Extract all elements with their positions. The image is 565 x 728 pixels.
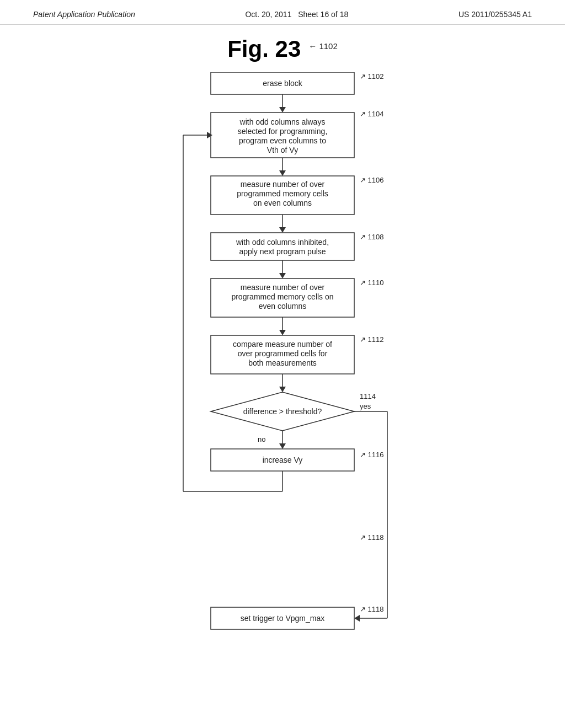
svg-marker-20 (279, 273, 286, 279)
label-yes: yes (360, 402, 371, 410)
header-patent-num: US 2011/0255345 A1 (459, 10, 532, 19)
svg-text:increase Vy: increase Vy (263, 456, 303, 464)
svg-text:with odd columns inhibited,: with odd columns inhibited, (236, 238, 329, 247)
ref-1118: ↗ 1118 (360, 533, 384, 542)
svg-marker-26 (279, 330, 286, 335)
header-publication: Patent Application Publication (33, 10, 135, 19)
header-date-sheet: Oct. 20, 2011 Sheet 16 of 18 (245, 10, 348, 19)
figure-title: Fig. 23 (227, 36, 301, 62)
svg-text:program even columns to: program even columns to (239, 136, 326, 145)
main-content: Fig. 23 ← 1102 erase block ↗ 1102 ↗ 1104… (0, 25, 565, 679)
svg-marker-32 (279, 387, 286, 392)
svg-rect-16 (211, 233, 354, 260)
header-sheet: Sheet 16 of 18 (298, 10, 348, 19)
svg-text:apply next program pulse: apply next program pulse (239, 247, 326, 256)
svg-text:measure number of over: measure number of over (241, 180, 325, 189)
ref-1106: ↗ 1106 (360, 176, 384, 184)
ref-1112: ↗ 1112 (360, 335, 384, 344)
flowchart-container: erase block ↗ 1102 ↗ 1104 with odd colum… (139, 72, 426, 679)
ref-1116: ↗ 1116 (360, 451, 384, 459)
flowchart-svg: erase block ↗ 1102 ↗ 1104 with odd colum… (139, 72, 426, 679)
svg-text:programmed memory cells on: programmed memory cells on (231, 292, 333, 301)
svg-text:with odd columns always: with odd columns always (239, 117, 326, 126)
header-date: Oct. 20, 2011 (245, 10, 291, 19)
figure-ref-1102: ← 1102 (308, 41, 338, 51)
svg-marker-38 (354, 615, 360, 622)
svg-text:compare measure number of: compare measure number of (233, 340, 332, 349)
svg-text:selected for programming,: selected for programming, (238, 127, 328, 136)
ref-1104: ↗ 1104 (360, 110, 384, 118)
svg-text:difference > threshold?: difference > threshold? (243, 407, 322, 416)
svg-text:on even columns: on even columns (253, 199, 312, 207)
ref-1110: ↗ 1110 (360, 279, 384, 287)
svg-text:programmed memory cells: programmed memory cells (237, 189, 328, 198)
svg-text:Vth of Vy: Vth of Vy (267, 146, 298, 154)
svg-marker-9 (279, 170, 286, 176)
ref-1102: ↗ 1102 (360, 72, 384, 81)
svg-text:even columns: even columns (259, 302, 306, 311)
node-1102-text: erase block (263, 79, 303, 88)
label-no: no (258, 435, 265, 443)
ref-1114: 1114 (360, 392, 376, 400)
svg-marker-15 (279, 227, 286, 233)
figure-title-row: Fig. 23 ← 1102 (227, 36, 338, 62)
ref-1108: ↗ 1108 (360, 233, 384, 241)
svg-text:set trigger to Vpgm_max: set trigger to Vpgm_max (241, 614, 325, 623)
svg-text:measure number of over: measure number of over (241, 283, 325, 292)
svg-text:both measurements: both measurements (248, 358, 317, 367)
svg-marker-40 (279, 443, 286, 449)
page-header: Patent Application Publication Oct. 20, … (0, 0, 565, 25)
svg-marker-2 (279, 107, 286, 113)
svg-text:over programmed cells for: over programmed cells for (238, 349, 328, 358)
ref-1118-label: ↗ 1118 (360, 605, 384, 613)
